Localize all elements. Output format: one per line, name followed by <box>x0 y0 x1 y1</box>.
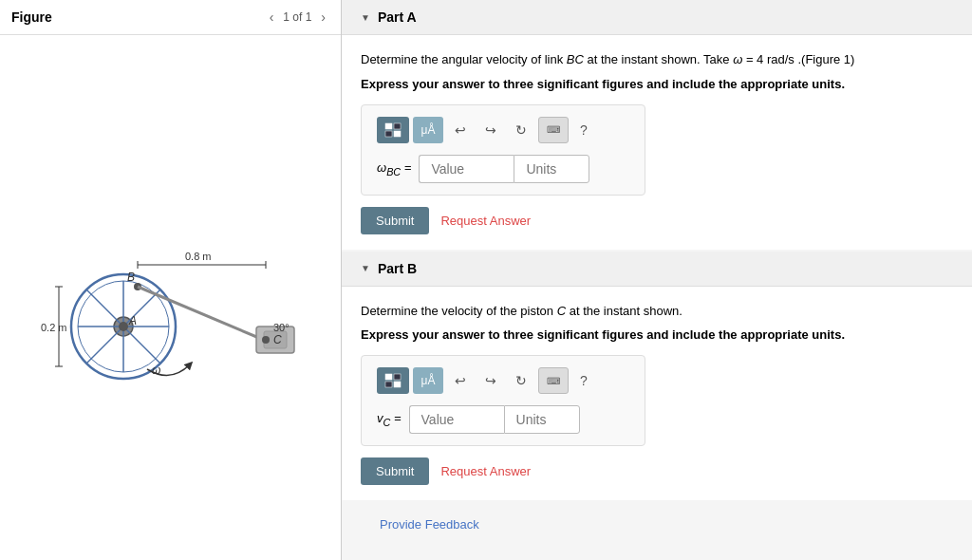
part-b-actions: Submit Request Answer <box>361 457 953 485</box>
part-b-section: ▼ Part B Determine the velocity of the p… <box>342 252 972 501</box>
part-a-answer-box: μÅ ↩ ↪ ↻ ⌨ ? ωBC = <box>361 104 645 196</box>
part-b-refresh-button[interactable]: ↻ <box>508 367 534 394</box>
svg-text:30°: 30° <box>273 322 290 333</box>
refresh-button[interactable]: ↻ <box>508 117 534 143</box>
part-b-redo-button[interactable]: ↪ <box>477 367 504 394</box>
part-a-body: Determine the angular velocity of link B… <box>342 35 972 250</box>
figure-content: A B 0.2 m 0.8 m C 30° <box>0 35 341 560</box>
part-a-eq-label: ωBC = <box>377 160 411 177</box>
part-b-submit-button[interactable]: Submit <box>361 457 429 485</box>
redo-button[interactable]: ↪ <box>477 117 504 143</box>
part-b-mu-tool-button[interactable]: μÅ <box>413 367 443 394</box>
figure-nav: ‹ 1 of 1 › <box>266 8 329 27</box>
svg-text:0.8 m: 0.8 m <box>185 251 212 262</box>
part-a-input-row: ωBC = <box>377 155 629 183</box>
svg-rect-34 <box>394 382 401 387</box>
svg-point-8 <box>119 322 128 331</box>
part-b-body: Determine the velocity of the piston C a… <box>342 287 972 501</box>
part-b-eq-label: vC = <box>377 411 402 428</box>
svg-line-20 <box>138 287 266 341</box>
svg-rect-31 <box>385 374 392 380</box>
svg-rect-27 <box>385 123 392 129</box>
part-b-units-input[interactable] <box>504 405 580 434</box>
svg-rect-33 <box>385 382 392 387</box>
part-b-label: Part B <box>378 261 417 276</box>
svg-rect-29 <box>385 131 392 137</box>
part-a-units-input[interactable] <box>514 155 589 183</box>
prev-figure-button[interactable]: ‹ <box>266 8 278 27</box>
provide-feedback-link[interactable]: Provide Feedback <box>361 502 498 547</box>
part-a-request-link[interactable]: Request Answer <box>440 214 531 228</box>
right-panel: ▼ Part A Determine the angular velocity … <box>342 0 972 560</box>
figure-header: Figure ‹ 1 of 1 › <box>0 0 341 35</box>
part-a-emphasis: Express your answer to three significant… <box>361 77 953 91</box>
keyboard-button[interactable]: ⌨ <box>538 117 569 143</box>
svg-text:0.2 m: 0.2 m <box>41 322 67 333</box>
svg-text:A: A <box>128 314 137 327</box>
svg-rect-28 <box>394 123 401 129</box>
svg-rect-32 <box>394 374 401 380</box>
part-b-input-row: vC = <box>377 405 629 434</box>
part-a-problem-text: Determine the angular velocity of link B… <box>361 50 953 69</box>
part-b-grid-tool-button[interactable] <box>377 367 409 394</box>
figure-page-indicator: 1 of 1 <box>283 10 311 24</box>
part-a-value-input[interactable] <box>419 155 514 183</box>
figure-diagram: A B 0.2 m 0.8 m C 30° <box>38 203 304 393</box>
svg-point-23 <box>262 336 270 344</box>
part-a-submit-button[interactable]: Submit <box>361 207 429 234</box>
mu-label: μÅ <box>421 123 436 137</box>
help-button[interactable]: ? <box>572 117 595 143</box>
part-b-toolbar: μÅ ↩ ↪ ↻ ⌨ ? <box>377 367 629 394</box>
part-b-problem-text: Determine the velocity of the piston C a… <box>361 302 953 321</box>
part-a-section: ▼ Part A Determine the angular velocity … <box>342 0 972 250</box>
svg-text:B: B <box>127 271 135 284</box>
part-b-keyboard-button[interactable]: ⌨ <box>538 367 569 394</box>
part-a-toolbar: μÅ ↩ ↪ ↻ ⌨ ? <box>377 117 629 143</box>
left-panel: Figure ‹ 1 of 1 › A B <box>0 0 342 560</box>
part-a-header: ▼ Part A <box>342 0 972 35</box>
mu-tool-button[interactable]: μÅ <box>413 117 443 143</box>
part-b-help-button[interactable]: ? <box>572 367 595 394</box>
feedback-section: Provide Feedback <box>342 502 972 547</box>
part-a-label: Part A <box>378 9 417 25</box>
svg-text:C: C <box>273 333 282 346</box>
next-figure-button[interactable]: › <box>317 8 329 27</box>
part-b-value-input[interactable] <box>409 405 504 434</box>
part-b-mu-label: μÅ <box>421 374 436 387</box>
undo-button[interactable]: ↩ <box>447 117 474 143</box>
part-b-emphasis: Express your answer to three significant… <box>361 327 953 342</box>
part-b-arrow: ▼ <box>361 263 370 273</box>
part-b-request-link[interactable]: Request Answer <box>440 464 531 478</box>
svg-rect-30 <box>394 131 401 137</box>
part-b-answer-box: μÅ ↩ ↪ ↻ ⌨ ? vC = <box>361 355 645 446</box>
part-b-undo-button[interactable]: ↩ <box>447 367 474 394</box>
grid-tool-button[interactable] <box>377 117 409 143</box>
figure-title: Figure <box>11 9 52 25</box>
part-a-arrow: ▼ <box>361 12 370 23</box>
part-b-header: ▼ Part B <box>342 252 972 287</box>
part-a-actions: Submit Request Answer <box>361 207 953 234</box>
